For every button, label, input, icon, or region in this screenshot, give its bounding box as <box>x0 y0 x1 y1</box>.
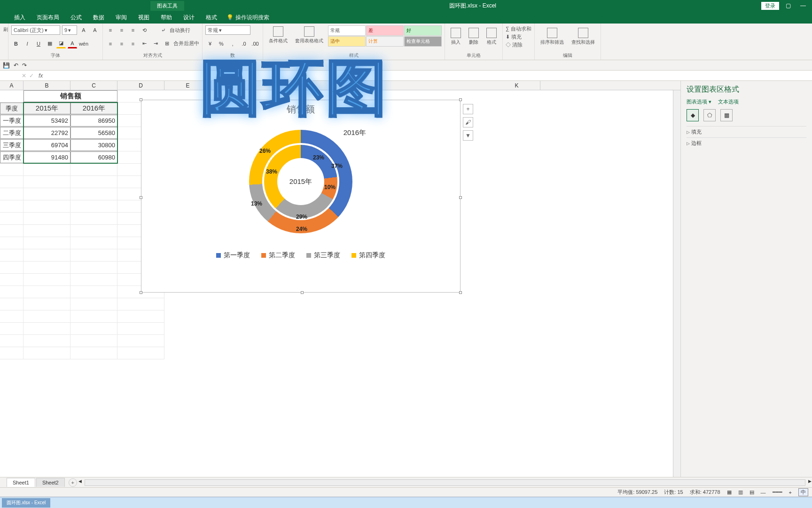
zoom-slider[interactable]: ━━━ <box>773 489 782 495</box>
wrap-text-label[interactable]: 自动换行 <box>170 27 190 34</box>
cell[interactable]: 53492 <box>23 115 70 127</box>
cell-h-2015[interactable]: 2015年 <box>23 103 70 114</box>
table-format-button[interactable]: 套用表格格式 <box>292 25 326 45</box>
format-cells-button[interactable]: 格式 <box>484 27 500 47</box>
find-select-button[interactable]: 查找和选择 <box>569 27 598 47</box>
style-calc[interactable]: 计算 <box>366 36 404 47</box>
orientation-icon[interactable]: ⟲ <box>140 25 149 35</box>
add-sheet-button[interactable]: + <box>69 478 77 487</box>
inc-decimal-icon[interactable]: .0 <box>239 39 249 48</box>
underline-icon[interactable]: U <box>34 39 43 48</box>
tell-me-search[interactable]: 💡 操作说明搜索 <box>226 11 269 24</box>
login-button[interactable]: 登录 <box>761 2 779 10</box>
delete-cells-button[interactable]: 删除 <box>466 27 482 47</box>
sort-filter-button[interactable]: 排序和筛选 <box>538 27 567 47</box>
bold-icon[interactable]: B <box>11 39 21 48</box>
fill-color-icon[interactable]: ◪ <box>56 39 66 48</box>
cell-title[interactable]: 销售额 <box>23 90 117 102</box>
resize-handle[interactable] <box>459 291 462 294</box>
align-right-icon[interactable]: ≡ <box>128 39 138 48</box>
border-icon[interactable]: ▦ <box>45 39 55 48</box>
cell[interactable]: 60980 <box>70 151 117 163</box>
undo-icon[interactable]: ↶ <box>14 62 18 69</box>
vertical-scrollbar[interactable] <box>673 90 680 477</box>
chart-styles-button[interactable]: 🖌 <box>463 117 473 127</box>
zoom-out-icon[interactable]: — <box>761 490 766 495</box>
merge-label[interactable]: 合并后居中 <box>173 40 199 47</box>
sheet-area[interactable]: A B C D E K 销售额 季度 2015年 2016年 一季度 <box>0 81 680 477</box>
col-E[interactable]: E <box>164 81 211 90</box>
sheet-tab-1[interactable]: Sheet1 <box>7 478 35 487</box>
effects-icon[interactable]: ⬠ <box>703 109 716 121</box>
tab-formulas[interactable]: 公式 <box>65 11 87 24</box>
col-D[interactable]: D <box>117 81 164 90</box>
chart-elements-button[interactable]: + <box>463 104 473 114</box>
dec-decimal-icon[interactable]: .00 <box>250 39 260 48</box>
cond-format-button[interactable]: 条件格式 <box>266 25 290 45</box>
cell-q3[interactable]: 三季度 <box>0 139 23 151</box>
resize-handle[interactable] <box>140 291 142 294</box>
fill-button[interactable]: ⬇ 填充 <box>506 33 522 40</box>
col-A[interactable]: A <box>0 81 23 90</box>
style-good[interactable]: 好 <box>404 25 442 36</box>
format-painter-button[interactable]: 刷 <box>3 25 8 34</box>
cell[interactable]: 22792 <box>23 127 70 139</box>
tab-view[interactable]: 视图 <box>133 11 155 24</box>
cell-h-quarter[interactable]: 季度 <box>0 103 23 114</box>
grow-font-icon[interactable]: A <box>79 25 88 35</box>
resize-handle[interactable] <box>301 291 304 294</box>
fx-icon[interactable]: fx <box>36 72 46 79</box>
text-options-tab[interactable]: 文本选项 <box>718 98 739 105</box>
align-left-icon[interactable]: ≡ <box>106 39 115 48</box>
horizontal-scrollbar[interactable] <box>85 479 805 486</box>
style-normal[interactable]: 常规 <box>328 25 366 36</box>
resize-handle[interactable] <box>140 196 142 199</box>
style-bad[interactable]: 差 <box>366 25 404 36</box>
cell-q1[interactable]: 一季度 <box>0 115 23 127</box>
ribbon-display-icon[interactable]: ▢ <box>782 2 794 9</box>
tab-review[interactable]: 审阅 <box>110 11 133 24</box>
chart-legend[interactable]: 第一季度 第二季度 第三季度 第四季度 <box>141 251 460 260</box>
phonetic-icon[interactable]: wén <box>79 39 88 48</box>
cell[interactable]: 86950 <box>70 115 117 127</box>
tab-design[interactable]: 设计 <box>178 11 200 24</box>
cancel-formula-icon[interactable]: ✕ <box>22 72 26 79</box>
tab-layout[interactable]: 页面布局 <box>31 11 65 24</box>
indent-inc-icon[interactable]: ⇥ <box>151 39 160 48</box>
enter-formula-icon[interactable]: ✓ <box>29 72 34 79</box>
taskbar-item[interactable]: 圆环图.xlsx - Excel <box>2 498 50 508</box>
comma-icon[interactable]: , <box>228 39 237 48</box>
chart-filter-button[interactable]: ▼ <box>463 130 473 141</box>
ime-indicator[interactable]: 中 <box>798 488 808 496</box>
align-center-icon[interactable]: ≡ <box>117 39 126 48</box>
number-format-dropdown[interactable]: 常规▾ <box>205 25 250 35</box>
tab-data[interactable]: 数据 <box>87 11 110 24</box>
col-C[interactable]: C <box>70 81 117 90</box>
cell[interactable]: 30800 <box>70 139 117 151</box>
save-icon[interactable]: 💾 <box>3 62 10 69</box>
clear-button[interactable]: ◇ 清除 <box>506 41 523 48</box>
merge-icon[interactable]: ⊞ <box>162 39 172 48</box>
cells-grid[interactable]: 销售额 季度 2015年 2016年 一季度 53492 86950 二季度 2… <box>0 90 164 359</box>
currency-icon[interactable]: ¥ <box>205 39 215 48</box>
zoom-in-icon[interactable]: + <box>789 490 792 495</box>
cell-q4[interactable]: 四季度 <box>0 151 23 163</box>
cell-styles-gallery[interactable]: 常规 差 好 适中 计算 检查单元格 <box>328 25 442 47</box>
cell[interactable] <box>0 90 23 102</box>
wrap-text-icon[interactable]: ⤶ <box>158 25 168 35</box>
font-size-dropdown[interactable]: 9▾ <box>62 25 77 35</box>
insert-cells-button[interactable]: 插入 <box>448 27 464 47</box>
resize-handle[interactable] <box>301 98 304 101</box>
sheet-tab-2[interactable]: Sheet2 <box>36 478 65 487</box>
align-bot-icon[interactable]: ≡ <box>128 25 138 35</box>
cell[interactable]: 56580 <box>70 127 117 139</box>
style-check[interactable]: 检查单元格 <box>404 36 442 47</box>
resize-handle[interactable] <box>459 98 462 101</box>
cell[interactable]: 91480 <box>23 151 70 163</box>
view-page-layout-icon[interactable]: ▥ <box>738 489 743 495</box>
cell-q2[interactable]: 二季度 <box>0 127 23 139</box>
fill-section[interactable]: 填充 <box>687 126 806 137</box>
shrink-font-icon[interactable]: A <box>90 25 100 35</box>
minimize-button[interactable]: — <box>797 2 809 9</box>
border-section[interactable]: 边框 <box>687 137 806 149</box>
